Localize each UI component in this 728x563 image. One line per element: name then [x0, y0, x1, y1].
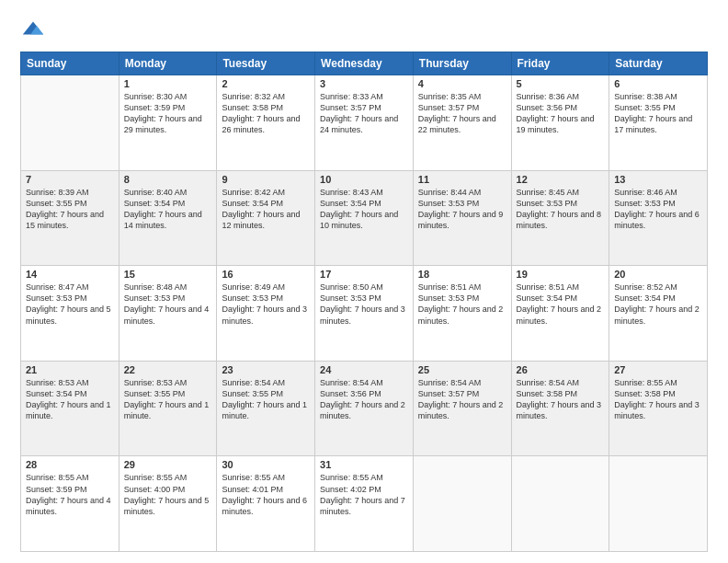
day-number: 12 [517, 174, 605, 185]
day-number: 3 [320, 78, 408, 89]
day-number: 23 [222, 364, 310, 375]
day-info: Sunrise: 8:55 AMSunset: 4:00 PMDaylight:… [124, 473, 210, 515]
day-number: 11 [418, 174, 506, 185]
calendar-cell: 3 Sunrise: 8:33 AMSunset: 3:57 PMDayligh… [315, 75, 414, 171]
day-info: Sunrise: 8:32 AMSunset: 3:58 PMDaylight:… [222, 92, 300, 134]
calendar-cell: 10 Sunrise: 8:43 AMSunset: 3:54 PMDaylig… [315, 170, 414, 266]
week-row-3: 14 Sunrise: 8:47 AMSunset: 3:53 PMDaylig… [21, 266, 708, 362]
calendar-cell: 12 Sunrise: 8:45 AMSunset: 3:53 PMDaylig… [511, 170, 609, 266]
day-info: Sunrise: 8:46 AMSunset: 3:53 PMDaylight:… [614, 188, 700, 230]
calendar-cell: 8 Sunrise: 8:40 AMSunset: 3:54 PMDayligh… [119, 170, 217, 266]
day-info: Sunrise: 8:54 AMSunset: 3:56 PMDaylight:… [320, 378, 405, 420]
calendar-cell: 1 Sunrise: 8:30 AMSunset: 3:59 PMDayligh… [119, 75, 217, 171]
day-info: Sunrise: 8:54 AMSunset: 3:57 PMDaylight:… [418, 378, 504, 420]
calendar-cell: 31 Sunrise: 8:55 AMSunset: 4:02 PMDaylig… [315, 456, 414, 552]
day-number: 25 [418, 364, 506, 375]
day-info: Sunrise: 8:30 AMSunset: 3:59 PMDaylight:… [124, 92, 202, 134]
calendar-cell: 23 Sunrise: 8:54 AMSunset: 3:55 PMDaylig… [217, 361, 315, 456]
day-info: Sunrise: 8:53 AMSunset: 3:55 PMDaylight:… [124, 378, 210, 420]
day-number: 2 [222, 78, 310, 89]
day-info: Sunrise: 8:54 AMSunset: 3:55 PMDaylight:… [222, 378, 307, 420]
calendar-cell: 15 Sunrise: 8:48 AMSunset: 3:53 PMDaylig… [119, 266, 217, 362]
day-info: Sunrise: 8:44 AMSunset: 3:53 PMDaylight:… [418, 188, 504, 230]
day-number: 8 [124, 174, 212, 185]
header [20, 17, 708, 42]
weekday-header-sunday: Sunday [21, 52, 119, 75]
day-number: 20 [614, 269, 702, 280]
day-number: 26 [517, 364, 605, 375]
calendar-table: SundayMondayTuesdayWednesdayThursdayFrid… [20, 52, 708, 552]
day-info: Sunrise: 8:54 AMSunset: 3:58 PMDaylight:… [517, 378, 602, 420]
calendar-cell: 27 Sunrise: 8:55 AMSunset: 3:58 PMDaylig… [609, 361, 708, 456]
calendar-cell: 18 Sunrise: 8:51 AMSunset: 3:53 PMDaylig… [413, 266, 511, 362]
day-info: Sunrise: 8:47 AMSunset: 3:53 PMDaylight:… [26, 282, 111, 325]
weekday-header-thursday: Thursday [413, 52, 511, 75]
day-number: 1 [124, 78, 212, 89]
weekday-header-saturday: Saturday [609, 52, 708, 75]
weekday-header-tuesday: Tuesday [217, 52, 315, 75]
calendar-cell: 11 Sunrise: 8:44 AMSunset: 3:53 PMDaylig… [413, 170, 511, 266]
calendar-cell: 22 Sunrise: 8:53 AMSunset: 3:55 PMDaylig… [119, 361, 217, 456]
calendar-cell: 17 Sunrise: 8:50 AMSunset: 3:53 PMDaylig… [315, 266, 414, 362]
week-row-5: 28 Sunrise: 8:55 AMSunset: 3:59 PMDaylig… [21, 456, 708, 552]
week-row-1: 1 Sunrise: 8:30 AMSunset: 3:59 PMDayligh… [21, 75, 708, 171]
calendar-cell: 28 Sunrise: 8:55 AMSunset: 3:59 PMDaylig… [21, 456, 119, 552]
day-info: Sunrise: 8:43 AMSunset: 3:54 PMDaylight:… [320, 188, 398, 230]
day-info: Sunrise: 8:51 AMSunset: 3:53 PMDaylight:… [418, 282, 504, 325]
day-info: Sunrise: 8:55 AMSunset: 4:02 PMDaylight:… [320, 473, 405, 515]
calendar-cell: 21 Sunrise: 8:53 AMSunset: 3:54 PMDaylig… [21, 361, 119, 456]
day-number: 10 [320, 174, 408, 185]
weekday-header-wednesday: Wednesday [315, 52, 414, 75]
day-info: Sunrise: 8:40 AMSunset: 3:54 PMDaylight:… [124, 188, 202, 230]
day-info: Sunrise: 8:39 AMSunset: 3:55 PMDaylight:… [26, 188, 104, 230]
calendar-cell: 29 Sunrise: 8:55 AMSunset: 4:00 PMDaylig… [119, 456, 217, 552]
calendar-cell [609, 456, 708, 552]
day-info: Sunrise: 8:53 AMSunset: 3:54 PMDaylight:… [26, 378, 111, 420]
day-number: 4 [418, 78, 506, 89]
calendar-cell [21, 75, 119, 171]
calendar-cell: 6 Sunrise: 8:38 AMSunset: 3:55 PMDayligh… [609, 75, 708, 171]
week-row-2: 7 Sunrise: 8:39 AMSunset: 3:55 PMDayligh… [21, 170, 708, 266]
calendar-cell [413, 456, 511, 552]
logo-icon [20, 17, 46, 42]
calendar-cell: 13 Sunrise: 8:46 AMSunset: 3:53 PMDaylig… [609, 170, 708, 266]
day-info: Sunrise: 8:51 AMSunset: 3:54 PMDaylight:… [517, 282, 602, 325]
day-number: 13 [614, 174, 702, 185]
day-number: 18 [418, 269, 506, 280]
calendar-cell: 2 Sunrise: 8:32 AMSunset: 3:58 PMDayligh… [217, 75, 315, 171]
day-info: Sunrise: 8:45 AMSunset: 3:53 PMDaylight:… [517, 188, 602, 230]
logo [20, 17, 50, 42]
day-info: Sunrise: 8:50 AMSunset: 3:53 PMDaylight:… [320, 282, 405, 325]
calendar-cell: 19 Sunrise: 8:51 AMSunset: 3:54 PMDaylig… [511, 266, 609, 362]
day-info: Sunrise: 8:36 AMSunset: 3:56 PMDaylight:… [517, 92, 595, 134]
calendar-cell: 24 Sunrise: 8:54 AMSunset: 3:56 PMDaylig… [315, 361, 414, 456]
day-info: Sunrise: 8:49 AMSunset: 3:53 PMDaylight:… [222, 282, 307, 325]
day-number: 14 [26, 269, 114, 280]
weekday-header-friday: Friday [511, 52, 609, 75]
calendar-cell: 9 Sunrise: 8:42 AMSunset: 3:54 PMDayligh… [217, 170, 315, 266]
week-row-4: 21 Sunrise: 8:53 AMSunset: 3:54 PMDaylig… [21, 361, 708, 456]
calendar-cell: 4 Sunrise: 8:35 AMSunset: 3:57 PMDayligh… [413, 75, 511, 171]
day-info: Sunrise: 8:55 AMSunset: 3:58 PMDaylight:… [614, 378, 700, 420]
day-number: 29 [124, 459, 212, 470]
day-number: 30 [222, 459, 310, 470]
calendar-cell: 20 Sunrise: 8:52 AMSunset: 3:54 PMDaylig… [609, 266, 708, 362]
day-number: 15 [124, 269, 212, 280]
calendar-cell: 7 Sunrise: 8:39 AMSunset: 3:55 PMDayligh… [21, 170, 119, 266]
day-number: 9 [222, 174, 310, 185]
weekday-header-monday: Monday [119, 52, 217, 75]
calendar-cell: 5 Sunrise: 8:36 AMSunset: 3:56 PMDayligh… [511, 75, 609, 171]
calendar-cell: 14 Sunrise: 8:47 AMSunset: 3:53 PMDaylig… [21, 266, 119, 362]
calendar-cell: 25 Sunrise: 8:54 AMSunset: 3:57 PMDaylig… [413, 361, 511, 456]
calendar-cell: 16 Sunrise: 8:49 AMSunset: 3:53 PMDaylig… [217, 266, 315, 362]
calendar-page: SundayMondayTuesdayWednesdayThursdayFrid… [0, 0, 728, 563]
day-number: 27 [614, 364, 702, 375]
calendar-cell [511, 456, 609, 552]
day-info: Sunrise: 8:35 AMSunset: 3:57 PMDaylight:… [418, 92, 496, 134]
day-info: Sunrise: 8:55 AMSunset: 4:01 PMDaylight:… [222, 473, 307, 515]
day-number: 24 [320, 364, 408, 375]
day-info: Sunrise: 8:42 AMSunset: 3:54 PMDaylight:… [222, 188, 300, 230]
day-number: 19 [517, 269, 605, 280]
day-number: 28 [26, 459, 114, 470]
calendar-cell: 26 Sunrise: 8:54 AMSunset: 3:58 PMDaylig… [511, 361, 609, 456]
